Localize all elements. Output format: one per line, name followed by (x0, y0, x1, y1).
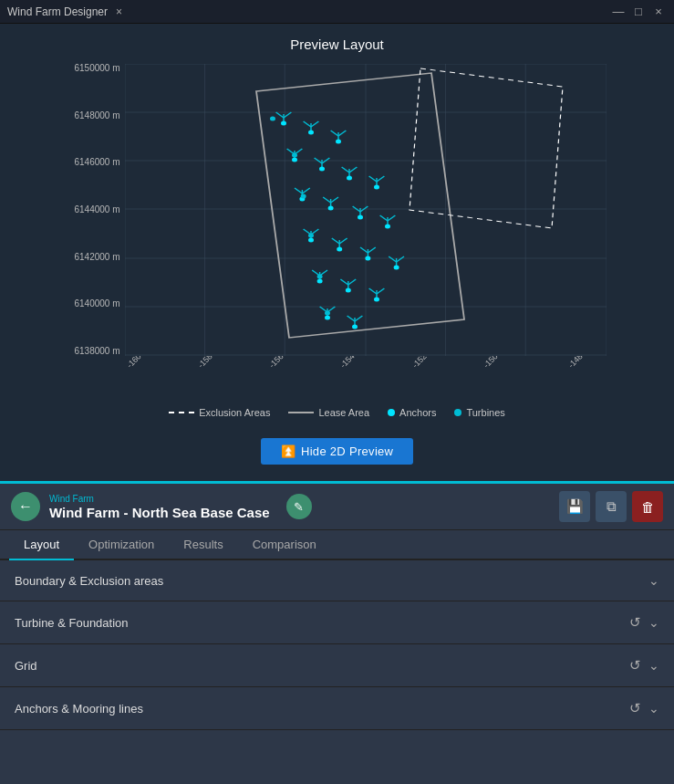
svg-line-45 (295, 188, 302, 193)
y-label-5: 6140000 m (74, 299, 119, 308)
svg-line-94 (355, 316, 362, 321)
x-label-2: -15600 (267, 356, 292, 370)
svg-line-69 (360, 247, 368, 253)
save-button[interactable]: 💾 (559, 491, 590, 522)
lease-line-icon (288, 412, 314, 413)
svg-line-86 (377, 288, 384, 294)
svg-point-100 (316, 275, 322, 279)
tab-optimization[interactable]: Optimization (74, 530, 169, 560)
svg-point-99 (308, 234, 314, 238)
back-button[interactable]: ← (11, 492, 40, 521)
section-grid: Grid ↺ ⌄ (0, 644, 674, 687)
maximize-button[interactable]: □ (630, 4, 647, 20)
edit-button[interactable]: ✎ (286, 494, 312, 519)
turbine-controls: ↺ ⌄ (629, 614, 659, 631)
delete-icon: 🗑 (641, 499, 655, 515)
section-boundary: Boundary & Exclusion areas ⌄ (0, 560, 674, 601)
chevron-grid[interactable]: ⌄ (648, 658, 659, 673)
hide-preview-button[interactable]: ⏫ Hide 2D Preview (261, 438, 414, 465)
svg-line-58 (388, 215, 395, 221)
svg-point-75 (393, 266, 399, 270)
accordion-header-anchors[interactable]: Anchors & Mooring lines ↺ ⌄ (0, 687, 674, 729)
y-label-6: 6138000 m (74, 347, 119, 356)
svg-point-96 (270, 117, 275, 121)
grid-controls: ↺ ⌄ (629, 657, 659, 674)
anchors-label: Anchors (399, 407, 436, 418)
accordion-title-turbine: Turbine & Foundation (15, 616, 129, 630)
plot-svg (125, 64, 607, 356)
svg-point-59 (385, 225, 390, 229)
svg-point-67 (337, 247, 342, 252)
main-content: Preview Layout 6150000 m 6148000 m 61460… (0, 24, 674, 784)
delete-button[interactable]: 🗑 (632, 491, 663, 522)
chevron-turbine[interactable]: ⌄ (648, 615, 659, 630)
preview-title: Preview Layout (0, 24, 674, 59)
svg-point-35 (319, 167, 325, 172)
svg-line-41 (368, 176, 376, 182)
svg-point-31 (292, 158, 297, 162)
svg-point-63 (308, 238, 314, 243)
preview-area: Preview Layout 6150000 m 6148000 m 61460… (0, 24, 674, 427)
edit-icon: ✎ (294, 500, 304, 514)
accordion-header-turbine[interactable]: Turbine & Foundation ↺ ⌄ (0, 601, 674, 643)
turbine-dot-icon (454, 409, 461, 416)
svg-line-70 (368, 247, 375, 253)
svg-line-26 (338, 131, 346, 136)
x-label-0: -16000 (125, 356, 150, 370)
turbines-label: Turbines (466, 407, 504, 418)
section-anchors: Anchors & Mooring lines ↺ ⌄ (0, 687, 674, 730)
reset-grid-button[interactable]: ↺ (629, 657, 641, 674)
wind-farm-title: Wind Farm - North Sea Base Case (49, 505, 270, 520)
svg-point-23 (308, 131, 314, 135)
tab-results[interactable]: Results (169, 530, 237, 560)
svg-point-43 (374, 185, 379, 190)
svg-line-93 (347, 316, 354, 321)
legend-turbines: Turbines (454, 407, 504, 418)
hide-preview-wrap: ⏫ Hide 2D Preview (0, 427, 674, 481)
chevron-anchors[interactable]: ⌄ (648, 701, 659, 716)
close-tab-button[interactable]: × (113, 5, 125, 18)
save-icon: 💾 (566, 498, 584, 515)
svg-line-46 (302, 188, 309, 193)
header-left: ← Wind Farm Wind Farm - North Sea Base C… (11, 492, 312, 521)
accordion-header-grid[interactable]: Grid ↺ ⌄ (0, 644, 674, 686)
svg-marker-15 (410, 68, 563, 228)
svg-line-17 (275, 112, 283, 118)
title-bar: Wind Farm Designer × — □ × (0, 0, 674, 24)
svg-point-91 (325, 316, 330, 320)
svg-point-101 (325, 311, 330, 316)
svg-line-85 (368, 288, 376, 294)
y-label-3: 6144000 m (74, 205, 119, 214)
reset-turbine-button[interactable]: ↺ (629, 614, 641, 631)
svg-line-73 (389, 256, 396, 262)
reset-anchors-button[interactable]: ↺ (629, 700, 641, 716)
wind-farm-info: Wind Farm Wind Farm - North Sea Base Cas… (49, 494, 270, 520)
close-window-button[interactable]: × (650, 4, 667, 20)
svg-line-42 (377, 176, 384, 182)
x-label-6: -148000 m (566, 356, 600, 370)
copy-button[interactable]: ⧉ (596, 491, 627, 522)
y-label-0: 6150000 m (74, 64, 119, 73)
accordion-header-boundary[interactable]: Boundary & Exclusion areas ⌄ (0, 560, 674, 601)
chevron-boundary[interactable]: ⌄ (648, 573, 659, 588)
minimize-button[interactable]: — (610, 4, 627, 20)
svg-line-81 (340, 279, 347, 285)
svg-line-50 (330, 197, 337, 203)
svg-point-97 (292, 153, 297, 158)
back-icon: ← (18, 498, 33, 515)
svg-line-65 (331, 238, 338, 244)
svg-point-55 (358, 215, 363, 220)
exclusion-line-icon (169, 412, 194, 413)
tab-layout[interactable]: Layout (9, 530, 74, 560)
svg-point-27 (336, 140, 341, 144)
tab-comparison[interactable]: Comparison (238, 530, 331, 560)
legend-lease: Lease Area (288, 407, 369, 418)
svg-line-22 (311, 121, 318, 127)
x-label-1: -15800 (196, 356, 221, 370)
exclusion-label: Exclusion Areas (199, 407, 270, 418)
lease-label: Lease Area (318, 407, 369, 418)
svg-marker-14 (256, 73, 464, 338)
svg-line-21 (303, 121, 310, 127)
svg-point-19 (281, 121, 286, 126)
y-label-1: 6148000 m (74, 111, 119, 120)
